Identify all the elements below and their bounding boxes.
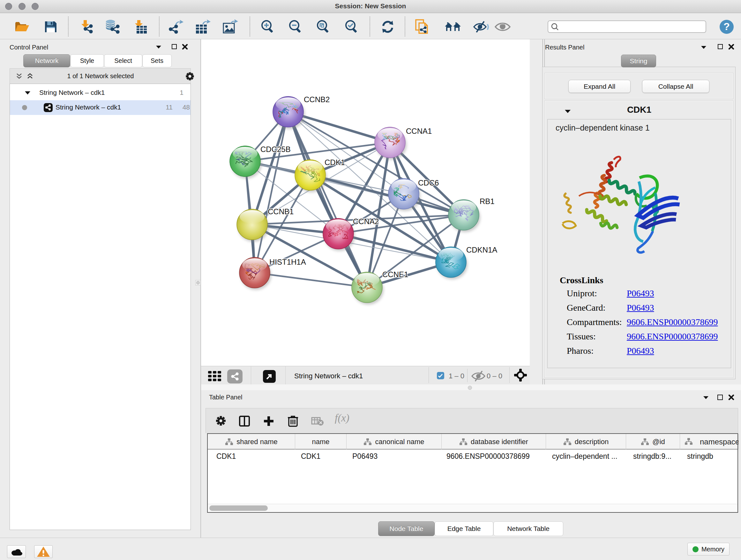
- svg-text:RB1: RB1: [480, 197, 495, 206]
- svg-text:CCNA1: CCNA1: [406, 127, 432, 135]
- svg-text:CDC25B: CDC25B: [260, 145, 291, 153]
- svg-text:CCNE1: CCNE1: [382, 270, 408, 279]
- svg-text:?: ?: [724, 21, 730, 32]
- svg-text:CDKN1A: CDKN1A: [466, 246, 497, 254]
- svg-text:CDK1: CDK1: [325, 158, 345, 167]
- svg-text:CCNB1: CCNB1: [268, 207, 293, 216]
- svg-text:HIST1H1A: HIST1H1A: [269, 258, 306, 266]
- svg-text:CCNA2: CCNA2: [353, 217, 379, 226]
- svg-text:CCNB2: CCNB2: [304, 95, 330, 104]
- svg-text:CDC6: CDC6: [418, 179, 439, 187]
